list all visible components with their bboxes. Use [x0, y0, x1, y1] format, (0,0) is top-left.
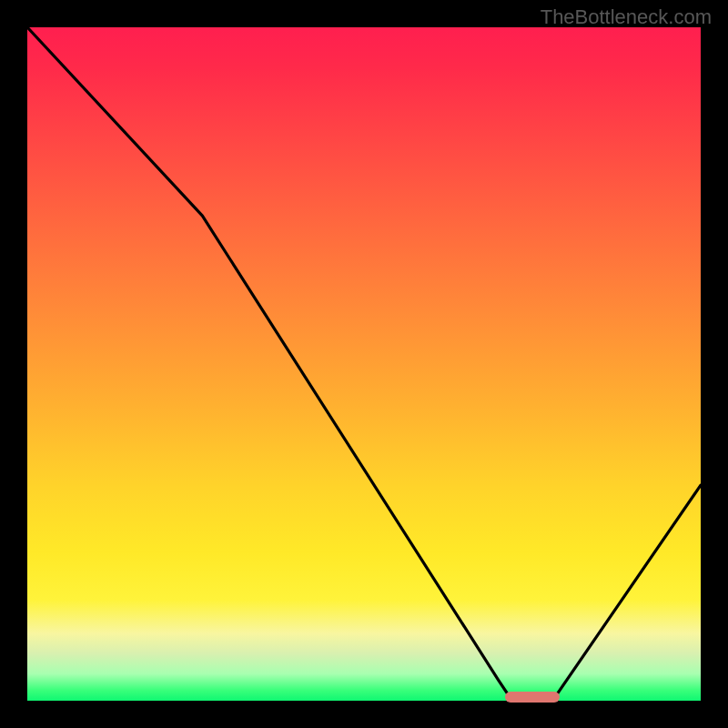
- bottleneck-curve: [27, 27, 701, 701]
- watermark-text: TheBottleneck.com: [541, 5, 712, 29]
- optimal-range-marker: [505, 692, 559, 703]
- chart-plot-area: [27, 27, 701, 701]
